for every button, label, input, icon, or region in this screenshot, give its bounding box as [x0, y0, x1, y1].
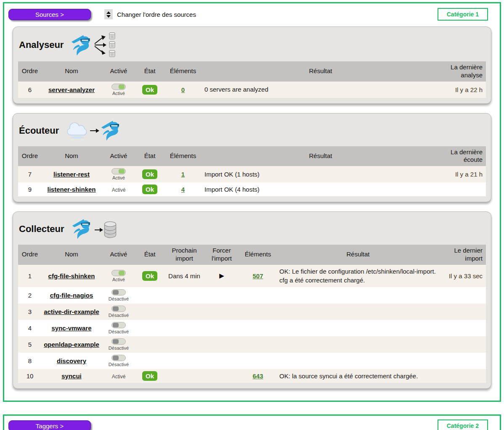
col-header-nom: Nom [42, 61, 101, 82]
toggle-knob [113, 290, 119, 295]
toggle-switch[interactable] [111, 289, 126, 295]
table-row: 7listener-restActivéOk1Import OK (1 host… [18, 166, 486, 182]
resultat-cell: OK: Le fichier de configuration /etc/shi… [277, 265, 439, 288]
toggle-switch[interactable] [111, 338, 126, 345]
col-header-elements: Éléments [164, 146, 202, 166]
sources-button[interactable]: Sources > [8, 9, 91, 20]
source-name-link[interactable]: server-analyzer [48, 86, 95, 93]
sort-order-icon[interactable] [104, 9, 113, 19]
source-name-link[interactable]: active-dir-example [44, 308, 99, 315]
prochain-cell: Dans 4 min [164, 265, 205, 288]
source-name-link[interactable]: cfg-file-nagios [50, 292, 93, 299]
analyseur-card: Analyseur OrdreNomActivéÉtatÉlémentsRésu… [13, 26, 491, 104]
source-name-link[interactable]: cfg-file-shinken [48, 272, 95, 280]
col-header-resultat: Résultat [277, 245, 439, 265]
elements-cell: 0 [164, 82, 202, 98]
active-cell: Désactivé [101, 353, 136, 369]
col-header-elements: Éléments [164, 61, 202, 82]
etat-cell [136, 303, 164, 320]
forcer-cell [205, 320, 239, 336]
col-header-resultat: Résultat [202, 61, 439, 82]
nom-cell: server-analyzer [42, 82, 101, 98]
elements-count-link[interactable]: 0 [181, 86, 185, 93]
status-badge: Ok [142, 185, 157, 194]
prochain-cell [164, 303, 205, 320]
toggle-knob [113, 339, 119, 344]
col-header-nom: Nom [42, 146, 101, 166]
ordre-cell: 10 [18, 369, 42, 383]
col-header-ordre: Ordre [18, 61, 42, 82]
prochain-cell [164, 320, 205, 336]
force-import-button[interactable]: ▶ [219, 272, 224, 279]
source-name-link[interactable]: sync-vmware [51, 324, 91, 332]
cloud-to-ninja-icon [66, 119, 122, 143]
active-cell: Activé [101, 82, 136, 98]
active-state-label: Désactivé [103, 329, 134, 334]
toggle-switch[interactable] [111, 355, 126, 361]
toggle-knob [113, 306, 119, 311]
toggle-switch[interactable] [111, 306, 126, 312]
header-row: OrdreNomActivéÉtatÉlémentsRésultatLa der… [18, 146, 486, 166]
ordre-cell: 8 [18, 353, 42, 369]
elements-cell [239, 353, 277, 369]
taggers-button[interactable]: Taggers > [8, 420, 91, 430]
toggle-switch[interactable] [111, 322, 126, 328]
change-order-label: Changer l'ordre des sources [117, 11, 196, 18]
elements-count-link[interactable]: 643 [252, 372, 263, 380]
source-name-link[interactable]: listener-rest [53, 171, 90, 178]
col-header-ordre: Ordre [18, 245, 42, 265]
ordre-cell: 6 [18, 82, 42, 98]
active-state-label: Activé [103, 91, 134, 96]
toggle-switch[interactable] [111, 168, 126, 174]
elements-count-link[interactable]: 4 [181, 186, 185, 193]
ordre-cell: 2 [18, 287, 42, 303]
resultat-cell: OK: la source syncui a été correctement … [277, 369, 439, 383]
toggle-knob [119, 271, 125, 275]
category-1-button[interactable]: Catégorie 1 [438, 8, 488, 21]
nom-cell: openldap-example [42, 336, 101, 353]
table-row: 1cfg-file-shinkenActivéOkDans 4 min▶507O… [18, 265, 486, 288]
col-header-resultat: Résultat [202, 146, 439, 166]
source-name-link[interactable]: syncui [61, 372, 82, 380]
col-header-ordre: Ordre [18, 146, 42, 166]
nom-cell: listener-shinken [42, 182, 101, 196]
category-2-button[interactable]: Catégorie 2 [438, 419, 488, 430]
ninja-to-servers-icon [70, 32, 117, 58]
table-row: 4sync-vmwareDésactivé [18, 320, 486, 336]
toggle-switch[interactable] [111, 270, 126, 276]
nom-cell: syncui [42, 369, 101, 383]
source-name-link[interactable]: openldap-example [44, 341, 99, 348]
elements-count-link[interactable]: 507 [252, 272, 263, 280]
ordre-cell: 5 [18, 336, 42, 353]
elements-count-link[interactable]: 1 [181, 171, 185, 178]
prochain-cell [164, 369, 205, 383]
header-row: OrdreNomActivéÉtatProchain importForcer … [18, 245, 486, 265]
last-cell [439, 287, 486, 303]
table-body: 1cfg-file-shinkenActivéOkDans 4 min▶507O… [18, 265, 486, 383]
active-state-label: Désactivé [103, 313, 134, 318]
last-cell: Il y a 33 sec [439, 265, 486, 288]
last-cell [439, 336, 486, 353]
etat-cell: Ok [136, 182, 164, 196]
analyseur-title: Analyseur [19, 40, 64, 50]
last-cell: Il y a 21 h [439, 166, 486, 182]
resultat-cell [277, 353, 439, 369]
source-name-link[interactable]: listener-shinken [47, 186, 95, 193]
arrow-down-icon [106, 15, 111, 18]
active-cell: Activé [101, 265, 136, 288]
etat-cell: Ok [136, 82, 164, 98]
resultat-cell: Import OK (1 hosts) [202, 166, 439, 182]
source-name-link[interactable]: discovery [57, 357, 86, 364]
ordre-cell: 7 [18, 166, 42, 182]
active-state-label: Désactivé [103, 362, 134, 367]
status-badge: Ok [142, 371, 157, 381]
toggle-switch[interactable] [111, 84, 126, 90]
nom-cell: listener-rest [42, 166, 101, 182]
active-state-label: Activé [103, 277, 134, 282]
active-cell: Désactivé [101, 336, 136, 353]
ordre-cell: 1 [18, 265, 42, 288]
etat-cell [136, 336, 164, 353]
forcer-cell [205, 336, 239, 353]
etat-cell: Ok [136, 265, 164, 288]
ninja-to-database-icon [71, 217, 118, 241]
